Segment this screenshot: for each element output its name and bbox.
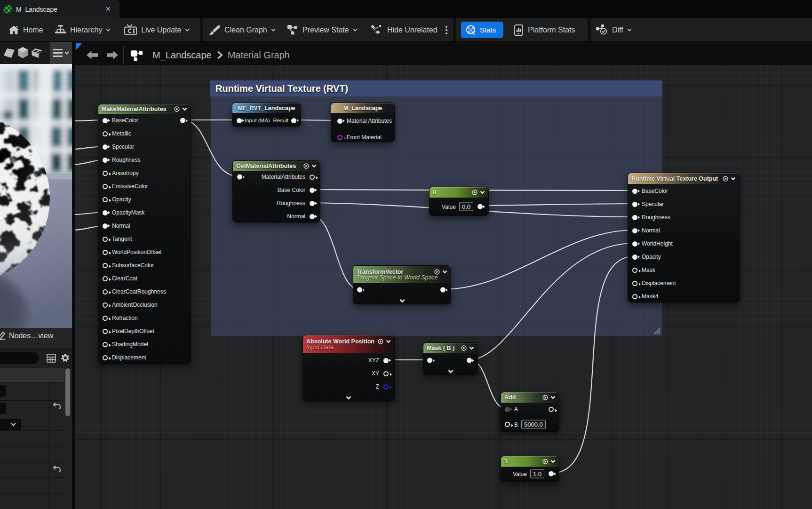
svg-text:i: i: [473, 31, 475, 36]
